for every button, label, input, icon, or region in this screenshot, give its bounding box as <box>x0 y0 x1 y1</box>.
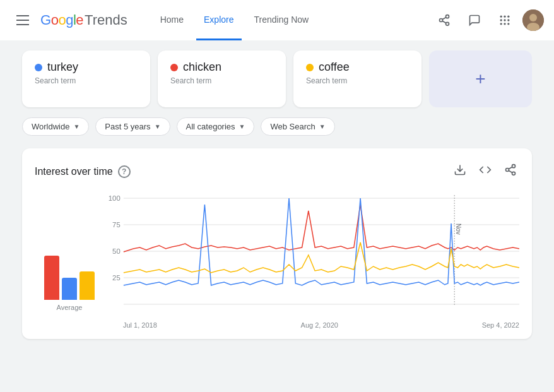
time-filter-button[interactable]: Past 5 years ▼ <box>95 117 170 136</box>
svg-line-4 <box>442 17 446 19</box>
svg-text:50: 50 <box>112 247 121 255</box>
svg-point-1 <box>440 19 443 22</box>
svg-point-5 <box>500 16 502 18</box>
svg-point-0 <box>446 15 449 18</box>
chicken-dot <box>170 64 178 71</box>
download-button[interactable] <box>451 161 469 182</box>
search-type-filter-arrow: ▼ <box>319 123 326 130</box>
svg-line-3 <box>442 21 446 23</box>
chart-area: Average 100 75 50 25 <box>35 192 519 329</box>
svg-point-20 <box>512 172 516 175</box>
main-content: turkey Search term chicken Search term c… <box>12 40 542 349</box>
google-wordmark: Google <box>40 12 83 28</box>
share-button[interactable] <box>432 8 457 33</box>
svg-line-22 <box>509 167 512 169</box>
chicken-label: Search term <box>170 76 273 85</box>
svg-point-2 <box>446 22 449 25</box>
chart-main: 100 75 50 25 Nov Jul 1, 2018 <box>104 192 519 329</box>
main-nav: Home Explore Trending Now <box>153 0 316 40</box>
search-term-card-coffee: coffee Search term <box>293 50 421 107</box>
x-label-2022: Sep 4, 2022 <box>482 321 519 329</box>
average-bars <box>44 249 95 300</box>
svg-point-6 <box>504 16 505 18</box>
search-term-card-turkey: turkey Search term <box>22 50 150 107</box>
turkey-label: Search term <box>35 76 138 85</box>
chart-actions <box>451 161 519 182</box>
svg-text:75: 75 <box>112 221 121 229</box>
embed-button[interactable] <box>476 161 494 182</box>
geo-filter-label: Worldwide <box>32 122 69 131</box>
geo-filter-button[interactable]: Worldwide ▼ <box>22 117 89 136</box>
svg-text:100: 100 <box>109 194 121 202</box>
svg-point-9 <box>504 19 505 21</box>
menu-icon[interactable] <box>10 8 35 33</box>
category-filter-label: All categories <box>186 122 235 131</box>
avg-bar-chicken <box>44 256 59 300</box>
svg-point-7 <box>507 16 509 18</box>
x-label-2018: Jul 1, 2018 <box>123 321 157 329</box>
coffee-name: coffee <box>319 61 350 74</box>
logo: Google Trends <box>40 12 127 28</box>
coffee-dot <box>306 64 314 71</box>
search-type-filter-label: Web Search <box>270 122 315 131</box>
chart-title: Interest over time <box>35 166 113 177</box>
trends-wordmark: Trends <box>85 12 127 28</box>
svg-point-11 <box>500 23 502 25</box>
svg-point-15 <box>529 14 537 21</box>
header-actions <box>432 8 544 33</box>
avg-bar-turkey <box>62 278 77 300</box>
category-filter-button[interactable]: All categories ▼ <box>177 117 255 136</box>
apps-button[interactable] <box>492 8 517 33</box>
x-axis-labels: Jul 1, 2018 Aug 2, 2020 Sep 4, 2022 <box>104 320 519 329</box>
chart-header: Interest over time ? <box>35 161 519 182</box>
svg-point-8 <box>500 19 502 21</box>
help-icon[interactable]: ? <box>118 165 131 178</box>
search-term-card-chicken: chicken Search term <box>158 50 286 107</box>
svg-point-19 <box>506 169 509 172</box>
header: Google Trends Home Explore Trending Now <box>0 0 554 40</box>
interest-over-time-card: Interest over time ? <box>22 148 532 339</box>
chart-share-button[interactable] <box>502 161 519 182</box>
time-filter-label: Past 5 years <box>105 122 150 131</box>
chart-title-row: Interest over time ? <box>35 165 131 178</box>
average-label: Average <box>57 304 83 311</box>
nav-home[interactable]: Home <box>153 0 191 40</box>
category-filter-arrow: ▼ <box>239 123 245 130</box>
svg-point-10 <box>507 19 509 21</box>
chicken-name: chicken <box>183 61 221 74</box>
turkey-dot <box>35 64 42 71</box>
avatar[interactable] <box>522 9 544 31</box>
geo-filter-arrow: ▼ <box>73 123 80 130</box>
filter-bar: Worldwide ▼ Past 5 years ▼ All categorie… <box>22 117 532 136</box>
time-filter-arrow: ▼ <box>155 123 161 130</box>
add-icon: + <box>475 69 485 89</box>
nav-trending-now[interactable]: Trending Now <box>247 0 317 40</box>
x-label-2020: Aug 2, 2020 <box>301 321 338 329</box>
svg-line-21 <box>509 170 512 172</box>
svg-point-13 <box>507 23 509 25</box>
svg-point-18 <box>512 165 516 168</box>
feedback-button[interactable] <box>462 8 487 33</box>
svg-point-12 <box>504 23 505 25</box>
search-terms-row: turkey Search term chicken Search term c… <box>22 50 532 107</box>
search-type-filter-button[interactable]: Web Search ▼ <box>261 117 334 136</box>
add-search-term-button[interactable]: + <box>429 50 532 107</box>
turkey-name: turkey <box>47 61 78 74</box>
nav-explore[interactable]: Explore <box>196 0 241 40</box>
chart-svg: 100 75 50 25 Nov <box>104 192 519 318</box>
avg-bar-coffee <box>80 271 95 300</box>
svg-text:Nov: Nov <box>455 223 462 235</box>
coffee-label: Search term <box>306 76 409 85</box>
average-legend: Average <box>35 192 104 329</box>
svg-text:25: 25 <box>112 274 121 282</box>
header-left: Google Trends Home Explore Trending Now <box>10 0 316 40</box>
